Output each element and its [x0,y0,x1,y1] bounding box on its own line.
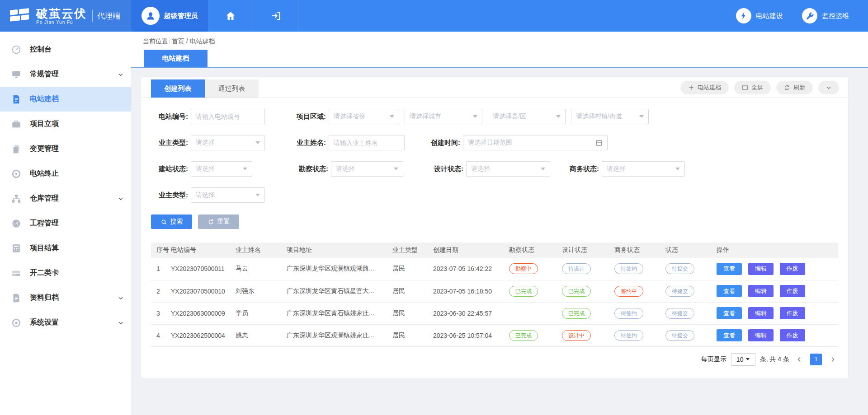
city-select[interactable]: 请选择城市 [405,109,482,124]
chevron-down-icon [556,115,561,118]
chevron-down-icon [390,115,394,118]
sidebar-item-warehouse-management[interactable]: 仓库管理 [0,186,131,211]
sidebar-item-general-management[interactable]: 常规管理 [0,62,131,87]
home-button[interactable] [208,0,253,32]
fullscreen-button[interactable]: 全屏 [734,81,771,94]
panel-body: 电站编号: 项目区域: 请选择省份 请选择城市 请选择县/区 [141,98,848,378]
view-button[interactable]: 查看 [717,307,742,319]
table-row: 2 YX2023070500010 刘强东 广东深圳龙华区黄石镇星官大... 居… [151,280,838,302]
stations-table: 序号 电站编号 业主姓名 项目地址 业主类型 创建日期 勘察状态 设计状态 商务… [151,242,838,347]
chevron-down-icon [255,194,260,196]
sidebar-item-engineering-management[interactable]: 工程管理 [0,211,131,236]
status-badge: 待设计 [562,263,591,274]
archive-icon [11,293,22,303]
view-button[interactable]: 查看 [717,329,742,341]
table-row: 4 YX2023062500004 姚忠 广东深圳龙华区观澜镇姚家庄... 居民… [151,324,838,346]
county-select[interactable]: 请选择县/区 [488,109,566,124]
status-badge: 已完成 [509,330,538,341]
tab-create-list[interactable]: 创建列表 [151,79,205,98]
next-page-button[interactable] [827,356,838,363]
chevron-down-icon [118,71,124,78]
monitor-icon [11,69,22,80]
edit-button[interactable]: 编辑 [748,307,774,319]
chevron-down-icon [639,115,644,118]
void-button[interactable]: 作废 [780,329,805,341]
calendar-icon [595,139,603,146]
content-area: 创建列表 通过列表 电站建档 [131,68,868,415]
sidebar-item-console[interactable]: 控制台 [0,37,131,62]
build-status-select[interactable]: 请选择 [191,161,252,177]
owner-type-select[interactable]: 请选择 [191,135,265,150]
view-button[interactable]: 查看 [717,285,742,297]
owner-type2-select[interactable]: 请选择 [191,187,265,203]
portal-label: 代理端 [97,11,120,21]
village-select[interactable]: 请选择村镇/街道 [571,109,649,124]
void-button[interactable]: 作废 [780,285,805,297]
breadcrumb: 当前位置: 首页 / 电站建档 [131,32,868,50]
chevron-down-icon [675,168,680,170]
reset-button[interactable]: 重置 [198,214,239,229]
prev-page-button[interactable] [794,356,805,363]
create-station-button[interactable]: 电站建档 [680,81,729,94]
page-tab-station-archive[interactable]: 电站建档 [144,50,208,67]
edit-button[interactable]: 编辑 [748,285,774,297]
design-status-select[interactable]: 请选择 [466,161,550,177]
search-icon [160,219,167,225]
date-range-picker[interactable]: 请选择日期范围 [463,135,608,150]
copy-icon [11,144,22,154]
chevron-down-icon [826,84,832,91]
chevron-down-icon [118,196,124,202]
edit-button[interactable]: 编辑 [748,329,774,341]
refresh-button[interactable]: 刷新 [776,81,813,94]
status-badge: 勘察中 [509,263,538,274]
user-menu[interactable]: 超级管理员 [131,0,208,32]
sidebar-item-class2-card[interactable]: 开二类卡 [0,261,131,285]
sidebar-item-project-settlement[interactable]: 项目结算 [0,236,131,261]
collapse-button[interactable] [818,81,839,94]
avatar [142,7,160,25]
view-button[interactable]: 查看 [717,263,742,275]
sidebar-item-data-archive[interactable]: 资料归档 [0,285,131,310]
status-badge: 待提交 [665,330,694,341]
survey-status-select[interactable]: 请选择 [331,161,403,177]
sidebar-item-system-settings[interactable]: 系统设置 [0,310,131,335]
brand-area: 破茧云伏 Po Jian Yun Fu 代理端 [0,0,131,32]
stop-circle-icon [11,168,22,179]
page-size-select[interactable]: 10 [731,353,755,366]
tab-approved-list[interactable]: 通过列表 [205,79,259,98]
table-row: 3 YX2023063000009 学员 广东深圳龙华区黄石镇姚家庄... 居民… [151,302,838,324]
nav-station-construction[interactable]: 电站建设 [736,0,783,32]
sidebar-item-station-archive[interactable]: 电站建档 [0,87,131,112]
chevron-down-icon [118,320,124,326]
dashboard-icon [11,44,22,55]
col-business: 商务状态 [613,242,664,258]
void-button[interactable]: 作废 [780,263,805,275]
brand-divider [92,10,93,22]
page-number-1[interactable]: 1 [810,354,822,365]
edit-button[interactable]: 编辑 [748,263,774,275]
nav-monitoring-ops[interactable]: 监控运维 [802,0,849,32]
sidebar-item-project-initiation[interactable]: 项目立项 [0,112,131,136]
station-code-input[interactable] [191,109,265,124]
status-badge: 签约中 [614,286,643,297]
search-button[interactable]: 搜索 [151,214,192,229]
bolt-icon [739,11,748,20]
void-button[interactable]: 作废 [780,307,805,319]
status-badge: 已完成 [562,286,591,297]
status-badge: 待签约 [614,263,643,274]
filter-label-station-code: 电站编号: [151,112,188,121]
col-no: 序号 [151,242,169,258]
col-status: 状态 [664,242,715,258]
owner-name-input[interactable] [329,135,405,150]
panel-header: 创建列表 通过列表 电站建档 [141,77,848,98]
province-select[interactable]: 请选择省份 [329,109,399,124]
logout-button[interactable] [253,0,298,32]
calculator-icon [11,243,22,254]
business-status-select[interactable]: 请选择 [602,161,685,177]
top-header: 破茧云伏 Po Jian Yun Fu 代理端 超级管理员 电站建设 [0,0,868,32]
table-row: 1 YX2023070500011 马云 广东深圳龙华区观澜镇观湖路... 居民… [151,258,838,280]
sidebar-item-station-termination[interactable]: 电站终止 [0,161,131,186]
sidebar-item-change-management[interactable]: 变更管理 [0,136,131,161]
chevron-down-icon [255,141,260,144]
panel-card: 创建列表 通过列表 电站建档 [141,77,848,378]
